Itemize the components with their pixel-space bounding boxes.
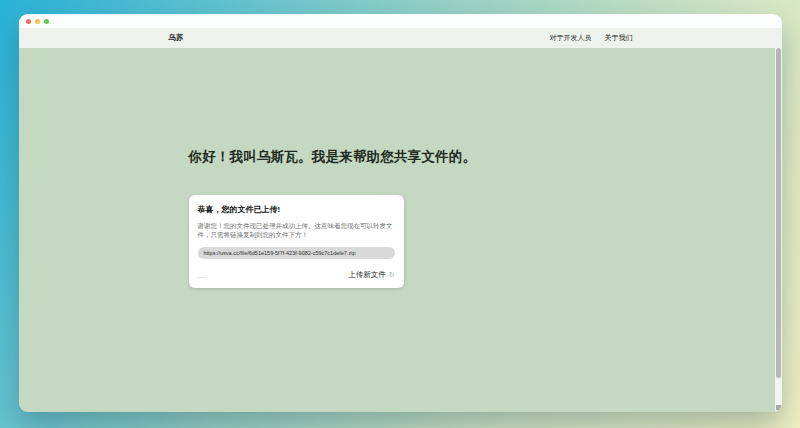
scrollbar-down-button[interactable] [776,405,781,410]
brand-logo[interactable]: 乌苏 [169,33,184,43]
minimize-button[interactable] [35,19,40,24]
upload-icon: ↻ [389,271,395,279]
file-url-field[interactable]: https://usva.cc/file/6d51e159-5f7f-423f-… [198,247,395,259]
main-container: 你好！我叫乌斯瓦。我是来帮助您共享文件的。 恭喜，您的文件已上传! 谢谢您！您的… [169,148,633,288]
nav-links: 对于开发人员 关于我们 [550,33,633,43]
window-titlebar [19,14,782,28]
scrollbar-track[interactable] [775,48,782,412]
maximize-button[interactable] [44,19,49,24]
page-content: 你好！我叫乌斯瓦。我是来帮助您共享文件的。 恭喜，您的文件已上传! 谢谢您！您的… [19,48,782,412]
card-description: 谢谢您！您的文件现已处理并成功上传。这意味着您现在可以转发文件，只需将链接复制到… [198,221,395,240]
more-options-toggle[interactable]: ... [198,272,207,279]
hero-heading: 你好！我叫乌斯瓦。我是来帮助您共享文件的。 [189,148,613,166]
nav-link-about[interactable]: 关于我们 [605,33,633,43]
browser-window: 乌苏 对于开发人员 关于我们 你好！我叫乌斯瓦。我是来帮助您共享文件的。 恭喜，… [19,14,782,412]
desktop: { "navbar": { "brand": "乌苏", "links": ["… [0,0,800,428]
site-navbar: 乌苏 对于开发人员 关于我们 [19,28,782,48]
close-button[interactable] [26,19,31,24]
upload-new-file-link[interactable]: 上传新文件 ↻ [348,270,394,280]
card-footer: ... 上传新文件 ↻ [198,270,395,280]
upload-success-card: 恭喜，您的文件已上传! 谢谢您！您的文件现已处理并成功上传。这意味着您现在可以转… [189,195,404,289]
nav-link-developers[interactable]: 对于开发人员 [550,33,592,43]
upload-new-file-label: 上传新文件 [348,270,386,280]
navbar-container: 乌苏 对于开发人员 关于我们 [169,28,633,48]
scrollbar-thumb[interactable] [776,48,781,378]
card-title: 恭喜，您的文件已上传! [198,204,395,215]
